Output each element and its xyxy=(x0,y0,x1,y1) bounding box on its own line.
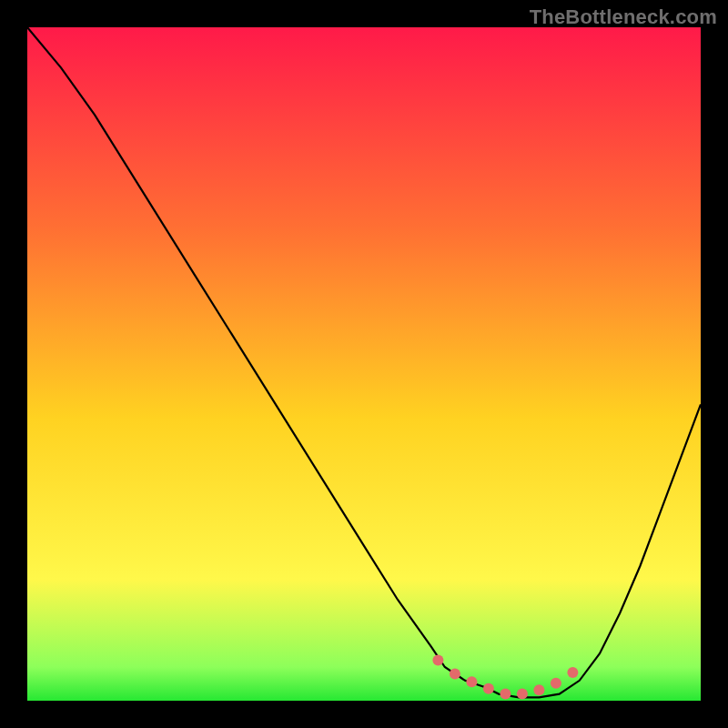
optimal-dot xyxy=(432,655,443,666)
optimal-dot xyxy=(551,678,561,689)
optimal-dot xyxy=(517,689,528,700)
chart-frame: TheBottleneck.com xyxy=(0,0,728,728)
optimal-dot xyxy=(567,667,578,678)
optimal-dot xyxy=(483,683,494,694)
attribution-text: TheBottleneck.com xyxy=(530,5,717,29)
optimal-dot xyxy=(450,668,460,679)
optimal-dot xyxy=(466,676,477,687)
optimal-dot xyxy=(500,689,511,700)
optimal-dot xyxy=(533,684,544,695)
bottleneck-chart xyxy=(27,27,701,701)
plot-area xyxy=(27,27,701,701)
gradient-background xyxy=(27,27,701,701)
